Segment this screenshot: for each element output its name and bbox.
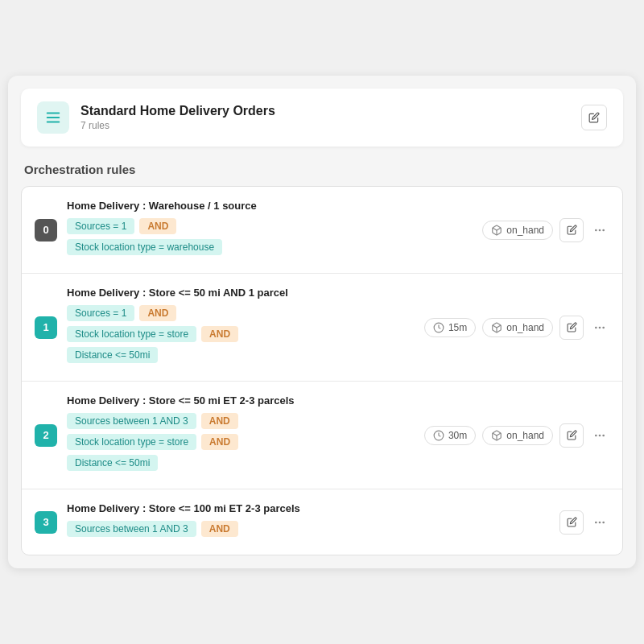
- tag-teal: Sources between 1 AND 3: [67, 521, 196, 537]
- svg-point-11: [602, 326, 605, 328]
- rule-edit-button-3[interactable]: [559, 510, 584, 535]
- svg-point-17: [595, 521, 597, 523]
- rule-index-0: 0: [35, 219, 57, 242]
- rule-actions-1: 15mon_hand: [424, 316, 609, 340]
- tags-row-1-1: Stock location type = storeAND: [67, 326, 415, 342]
- tag-and: AND: [139, 218, 176, 234]
- list-icon: [37, 101, 69, 134]
- badge-label: 15m: [448, 322, 467, 333]
- box-icon: [491, 322, 502, 333]
- svg-rect-1: [47, 117, 60, 118]
- rule-dots-button-2[interactable]: [590, 426, 609, 445]
- badge-label: 30m: [448, 430, 467, 441]
- rule-index-2: 2: [35, 424, 57, 447]
- tag-and: AND: [139, 305, 176, 321]
- tags-row-1-0: Sources = 1AND: [67, 305, 415, 321]
- rule-edit-button-1[interactable]: [559, 316, 584, 340]
- rule-actions-2: 30mon_hand: [424, 423, 609, 448]
- svg-rect-2: [47, 122, 60, 123]
- header-subtitle: 7 rules: [80, 120, 275, 131]
- pencil-icon: [567, 430, 577, 440]
- svg-point-18: [599, 521, 601, 523]
- clock-icon: [433, 322, 444, 333]
- rule-row: 3Home Delivery : Store <= 100 mi ET 2-3 …: [22, 489, 622, 555]
- rule-content-3: Home Delivery : Store <= 100 mi ET 2-3 p…: [67, 502, 550, 542]
- page-container: Standard Home Delivery Orders 7 rules Or…: [8, 76, 636, 568]
- svg-point-4: [595, 229, 597, 231]
- badge-clock-icon: 15m: [424, 318, 476, 337]
- tags-row-1-2: Distance <= 50mi: [67, 347, 415, 363]
- rule-dots-button-1[interactable]: [590, 318, 609, 337]
- dots-icon: [593, 429, 606, 442]
- tag-teal: Distance <= 50mi: [67, 347, 158, 363]
- tag-teal: Stock location type = warehouse: [67, 239, 222, 255]
- svg-point-14: [595, 434, 597, 436]
- svg-rect-0: [47, 113, 60, 114]
- svg-point-15: [599, 434, 601, 436]
- tag-teal: Sources = 1: [67, 218, 134, 234]
- tags-row-2-0: Sources between 1 AND 3AND: [67, 413, 415, 429]
- svg-point-5: [599, 229, 601, 231]
- tags-row-2-2: Distance <= 50mi: [67, 455, 415, 471]
- svg-point-9: [595, 326, 597, 328]
- pencil-icon: [567, 517, 577, 527]
- pencil-icon: [567, 322, 577, 332]
- dots-icon: [593, 516, 606, 529]
- pencil-icon: [588, 112, 600, 123]
- tag-teal: Stock location type = store: [67, 434, 196, 450]
- header-left: Standard Home Delivery Orders 7 rules: [37, 101, 275, 134]
- badge-label: on_hand: [506, 322, 544, 333]
- tag-and: AND: [201, 434, 238, 450]
- header-card: Standard Home Delivery Orders 7 rules: [21, 89, 623, 147]
- dots-icon: [593, 224, 606, 237]
- rule-edit-button-2[interactable]: [559, 423, 584, 448]
- box-icon: [491, 225, 502, 236]
- rule-index-1: 1: [35, 316, 57, 339]
- dots-icon: [593, 321, 606, 334]
- svg-point-19: [602, 521, 605, 523]
- box-icon: [491, 430, 502, 441]
- rule-name-3: Home Delivery : Store <= 100 mi ET 2-3 p…: [67, 502, 550, 514]
- rule-row: 0Home Delivery : Warehouse / 1 sourceSou…: [22, 187, 622, 274]
- tags-row-0-1: Stock location type = warehouse: [67, 239, 473, 255]
- rule-dots-button-3[interactable]: [590, 513, 609, 532]
- rule-content-1: Home Delivery : Store <= 50 mi AND 1 par…: [67, 287, 415, 368]
- clock-icon: [433, 430, 444, 441]
- tag-and: AND: [201, 413, 238, 429]
- tag-and: AND: [201, 326, 238, 342]
- rule-actions-0: on_hand: [482, 218, 609, 242]
- badge-box-icon: on_hand: [482, 318, 553, 337]
- rules-container: 0Home Delivery : Warehouse / 1 sourceSou…: [21, 186, 623, 555]
- rule-edit-button-0[interactable]: [559, 218, 584, 242]
- rule-content-2: Home Delivery : Store <= 50 mi ET 2-3 pa…: [67, 394, 415, 476]
- svg-point-16: [602, 434, 605, 436]
- list-svg: [44, 109, 62, 126]
- rule-actions-3: [559, 510, 609, 535]
- rule-name-0: Home Delivery : Warehouse / 1 source: [67, 200, 473, 212]
- header-edit-button[interactable]: [581, 105, 607, 130]
- header-title: Standard Home Delivery Orders: [80, 104, 275, 118]
- badge-box-icon: on_hand: [482, 221, 553, 240]
- tags-row-2-1: Stock location type = storeAND: [67, 434, 415, 450]
- rule-row: 2Home Delivery : Store <= 50 mi ET 2-3 p…: [22, 382, 622, 489]
- tag-teal: Sources between 1 AND 3: [67, 413, 196, 429]
- svg-point-10: [599, 326, 601, 328]
- rule-content-0: Home Delivery : Warehouse / 1 sourceSour…: [67, 200, 473, 260]
- svg-point-6: [602, 229, 605, 231]
- tag-teal: Distance <= 50mi: [67, 455, 158, 471]
- pencil-icon: [567, 225, 577, 235]
- badge-box-icon: on_hand: [482, 426, 553, 445]
- tag-teal: Sources = 1: [67, 305, 134, 321]
- rule-index-3: 3: [35, 511, 57, 534]
- badge-label: on_hand: [506, 430, 544, 441]
- tags-row-0-0: Sources = 1AND: [67, 218, 473, 234]
- rule-name-2: Home Delivery : Store <= 50 mi ET 2-3 pa…: [67, 394, 415, 407]
- tags-row-3-0: Sources between 1 AND 3AND: [67, 521, 550, 537]
- tag-teal: Stock location type = store: [67, 326, 196, 342]
- rule-name-1: Home Delivery : Store <= 50 mi AND 1 par…: [67, 287, 415, 299]
- badge-clock-icon: 30m: [424, 426, 476, 445]
- rule-row: 1Home Delivery : Store <= 50 mi AND 1 pa…: [22, 274, 622, 382]
- tag-and: AND: [201, 521, 238, 537]
- section-title: Orchestration rules: [21, 163, 623, 176]
- rule-dots-button-0[interactable]: [590, 221, 609, 240]
